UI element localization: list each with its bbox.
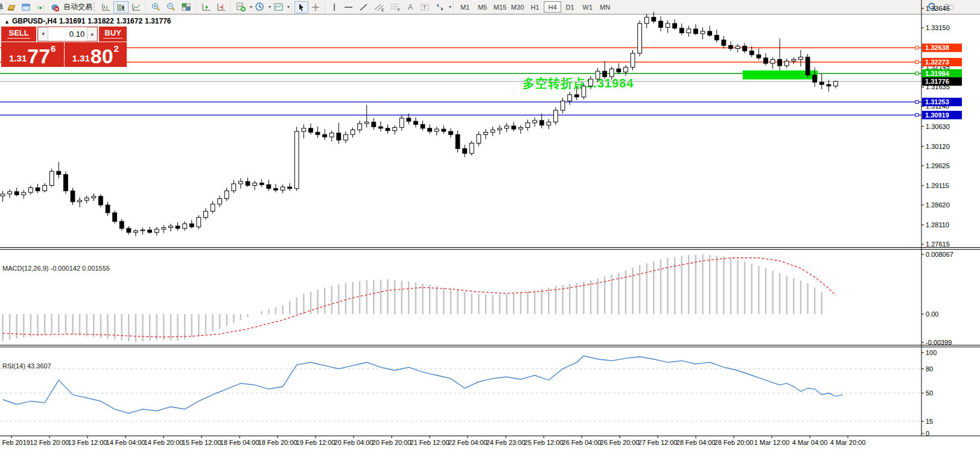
- candle-body: [71, 191, 75, 202]
- rsi-label: RSI(14) 43.3607: [2, 362, 51, 370]
- time-tick-label: 12 Feb 2019: [0, 439, 30, 446]
- candle-body: [189, 224, 194, 227]
- time-tick-label: 12 Feb 20:00: [30, 439, 69, 446]
- candle-body: [428, 128, 432, 131]
- level-handle[interactable]: [915, 72, 918, 75]
- candle-body: [22, 192, 26, 195]
- candle-body: [624, 68, 628, 72]
- macd-tick-label: 0.00: [926, 310, 938, 318]
- candle-body: [239, 181, 243, 184]
- candle-body: [596, 71, 600, 79]
- candle-body: [407, 118, 411, 121]
- candle-body: [414, 121, 418, 124]
- rsi-tick-label: 80: [926, 365, 933, 373]
- level-handle[interactable]: [915, 46, 918, 49]
- candle-body: [8, 192, 12, 194]
- rsi-tick-label: 0: [926, 430, 929, 437]
- candle-body: [288, 187, 292, 189]
- candle-body: [582, 86, 586, 97]
- candle-body: [609, 69, 614, 77]
- candle-body: [421, 124, 425, 128]
- time-tick-label: 14 Feb 20:00: [144, 439, 183, 446]
- candle-body: [141, 230, 145, 230]
- buy-price-big: 80: [91, 48, 113, 65]
- candle-body: [673, 24, 677, 28]
- time-tick-label: 27 Feb 12:00: [638, 439, 678, 446]
- candle-body: [456, 134, 460, 148]
- price-tick-label: 1.29115: [926, 182, 949, 189]
- level-handle[interactable]: [915, 61, 918, 64]
- time-tick-label: 13 Feb 12:00: [68, 439, 107, 446]
- buy-price-pip: 2: [114, 43, 119, 54]
- ohlc-high: 1.31822: [88, 17, 113, 25]
- ohlc-open: 1.31691: [59, 17, 85, 25]
- candle-body: [49, 171, 54, 185]
- candle-body: [358, 124, 362, 130]
- volume-up-button[interactable]: ▲: [87, 27, 97, 41]
- candle-body: [749, 51, 754, 54]
- macd-tick-label: 0.008067: [926, 251, 953, 258]
- collapse-icon[interactable]: ▲: [4, 19, 10, 25]
- candle-body: [78, 200, 82, 202]
- candle-body: [784, 61, 789, 66]
- sell-price-pip: 6: [51, 43, 56, 54]
- candle-body: [127, 228, 131, 232]
- price-tick-label: 1.33150: [926, 24, 950, 31]
- candle-body: [764, 58, 768, 63]
- candle-body: [351, 130, 355, 134]
- candle-body: [554, 110, 558, 122]
- candle-body: [14, 192, 19, 195]
- volume-down-button[interactable]: ▼: [38, 27, 48, 41]
- buy-button[interactable]: BUY: [99, 27, 127, 42]
- candle-body: [652, 17, 656, 21]
- candle-body: [379, 127, 383, 128]
- candle-body: [393, 128, 397, 131]
- candle-body: [442, 129, 446, 131]
- time-tick-label: 14 Feb 04:00: [106, 439, 145, 446]
- buy-price[interactable]: 1.31802: [65, 42, 127, 67]
- candle-body: [64, 174, 68, 190]
- candle-body: [43, 186, 47, 191]
- sell-button[interactable]: SELL: [1, 27, 36, 42]
- candle-body: [526, 123, 530, 128]
- candle-body: [323, 134, 327, 137]
- candle-body: [463, 149, 467, 154]
- level-handle[interactable]: [915, 101, 918, 104]
- time-tick-label: 15 Feb 12:00: [182, 439, 221, 446]
- rsi-tick-label: 50: [926, 389, 933, 397]
- candle-body: [267, 184, 271, 188]
- chart-header: ▲GBPUSD-,H41.316911.318221.316721.31776: [4, 17, 174, 25]
- mt4-window: { "colors": { "red_panel": "#d6281d", "l…: [0, 0, 980, 466]
- volume-input[interactable]: [48, 27, 87, 41]
- candle-body: [246, 181, 250, 185]
- time-tick-label: 20 Feb 04:00: [334, 439, 374, 446]
- candle-body: [134, 231, 138, 233]
- candle-body: [498, 128, 502, 130]
- price-tick-label: 1.29625: [926, 162, 950, 169]
- time-tick-label: 18 Feb 20:00: [258, 439, 298, 446]
- candle-body: [561, 101, 565, 110]
- candle-body: [399, 118, 404, 128]
- candle-body: [364, 122, 369, 124]
- time-tick-label: 28 Feb 20:00: [714, 439, 754, 446]
- candle-body: [253, 183, 257, 186]
- time-tick-label: 26 Feb 20:00: [600, 439, 640, 446]
- candle-body: [743, 46, 747, 51]
- candle-body: [644, 17, 649, 24]
- candle-body: [827, 84, 831, 86]
- candle-body: [329, 133, 334, 137]
- chart-canvas[interactable]: 1.336451.331501.321451.316351.311401.306…: [0, 0, 980, 452]
- level-handle[interactable]: [915, 113, 918, 116]
- candle-body: [183, 224, 187, 228]
- candle-body: [757, 55, 761, 58]
- candle-body: [617, 69, 621, 72]
- candle-body: [169, 226, 173, 228]
- candle-body: [337, 133, 341, 140]
- candle-body: [119, 221, 124, 228]
- macd-tick-label: -0.00399: [926, 339, 952, 346]
- candle-body: [533, 121, 537, 123]
- sell-price[interactable]: 1.31776: [1, 42, 64, 67]
- candle-body: [224, 191, 229, 199]
- candle-body: [106, 205, 110, 213]
- candle-body: [372, 122, 376, 127]
